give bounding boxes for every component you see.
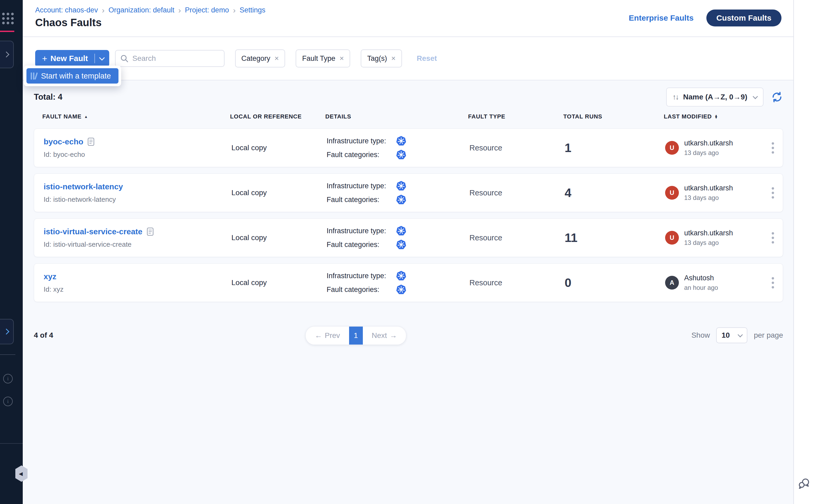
close-icon[interactable]: × (340, 54, 344, 63)
sidebar-divider (0, 443, 23, 444)
main-content: Account: chaos-dev › Organization: defau… (23, 0, 794, 504)
fault-name-link[interactable]: istio-virtual-service-create (44, 227, 143, 236)
app-grid-icon[interactable] (2, 13, 14, 24)
page-size-value: 10 (721, 331, 730, 340)
table-row: byoc-echo Id: byoc-echo Local copy Infra… (34, 129, 783, 167)
new-fault-button[interactable]: + New Fault (35, 50, 94, 67)
page-header: Account: chaos-dev › Organization: defau… (23, 0, 794, 37)
fault-id: Id: xyz (44, 285, 231, 294)
filter-chip-category[interactable]: Category × (235, 49, 285, 67)
info-icon[interactable]: i (3, 374, 13, 383)
fault-details: Infrastructure type: Fault categories: (327, 271, 469, 295)
sort-value: Name (A→Z, 0→9) (683, 93, 747, 101)
local-or-reference-value: Local copy (231, 233, 327, 242)
kebab-menu-icon[interactable] (770, 276, 776, 290)
chevron-right-icon (3, 329, 10, 335)
modified-by: utkarsh.utkarsh (684, 229, 733, 237)
page-size-select[interactable]: 10 (716, 327, 747, 343)
kubernetes-icon (396, 149, 406, 160)
prev-arrow-icon: ← (315, 331, 322, 340)
modified-time: 13 days ago (684, 239, 733, 246)
fault-name-link[interactable]: xyz (44, 272, 56, 281)
chaos-faults-page: i i ◀ Account: chaos-dev › Organization:… (0, 0, 814, 504)
fault-details: Infrastructure type: Fault categories: (327, 136, 469, 160)
new-fault-label: New Fault (51, 54, 88, 63)
column-fault-name[interactable]: FAULT NAME ▲ (42, 113, 230, 120)
breadcrumb-settings[interactable]: Settings (240, 6, 266, 14)
pagination-summary: 4 of 4 (34, 331, 53, 340)
current-page-button[interactable]: 1 (349, 327, 363, 345)
nav-accent-bar (0, 31, 14, 32)
table-row: istio-virtual-service-create Id: istio-v… (34, 218, 783, 257)
filter-label: Tag(s) (367, 54, 387, 63)
close-icon[interactable]: × (275, 54, 279, 63)
kubernetes-icon (396, 136, 406, 146)
kebab-menu-icon[interactable] (770, 231, 776, 245)
enterprise-faults-link[interactable]: Enterprise Faults (629, 13, 694, 22)
total-runs-value: 4 (565, 186, 665, 200)
fault-name-link[interactable]: byoc-echo (44, 137, 83, 146)
plus-icon: + (42, 54, 47, 63)
filter-chip-fault-type[interactable]: Fault Type × (296, 49, 350, 67)
local-or-reference-value: Local copy (231, 189, 327, 197)
new-fault-dropdown-toggle[interactable] (95, 50, 109, 67)
refresh-button[interactable] (771, 91, 783, 103)
last-modified-cell: U utkarsh.utkarsh 13 days ago (665, 139, 763, 157)
close-icon[interactable]: × (391, 54, 395, 63)
pager: ← Prev 1 Next → (305, 326, 406, 345)
manifest-icon[interactable] (88, 138, 94, 146)
modified-time: an hour ago (684, 284, 718, 291)
filter-label: Category (241, 54, 271, 63)
breadcrumb-account[interactable]: Account: chaos-dev (35, 6, 98, 14)
start-with-template-menu-item[interactable]: Start with a template (26, 68, 118, 84)
local-or-reference-value: Local copy (231, 278, 327, 287)
fault-details: Infrastructure type: Fault categories: (327, 226, 469, 250)
next-arrow-icon: → (390, 331, 397, 340)
modified-by: Ashutosh (684, 274, 718, 282)
avatar: A (665, 276, 679, 290)
chat-help-button[interactable] (798, 478, 810, 491)
breadcrumb-separator: › (102, 6, 104, 14)
column-last-modified[interactable]: LAST MODIFIED ▲▼ (664, 113, 762, 120)
menu-item-label: Start with a template (41, 72, 111, 80)
fault-categories-label: Fault categories: (327, 196, 396, 204)
per-page-label: per page (754, 331, 783, 340)
fault-type-value: Resource (469, 189, 565, 197)
collapse-arrow-icon: ◀ (19, 471, 23, 477)
toolbar: + New Fault Category × Fault Type × (23, 37, 794, 80)
next-page-button[interactable]: Next → (363, 327, 406, 345)
nav-expand-button-secondary[interactable] (0, 319, 14, 344)
last-modified-cell: U utkarsh.utkarsh 13 days ago (665, 184, 763, 201)
column-details: DETAILS (325, 113, 468, 120)
reset-filters-link[interactable]: Reset (417, 54, 437, 63)
refresh-icon (771, 91, 783, 103)
left-nav-sidebar: i i (0, 0, 23, 504)
infrastructure-type-label: Infrastructure type: (327, 137, 396, 145)
faults-list-area: Total: 4 ↑↓ Name (A→Z, 0→9) (23, 87, 794, 344)
prev-page-button[interactable]: ← Prev (306, 327, 349, 345)
kubernetes-icon (396, 194, 406, 205)
manifest-icon[interactable] (147, 227, 154, 236)
breadcrumb-separator: › (178, 6, 181, 14)
infrastructure-type-label: Infrastructure type: (327, 182, 396, 190)
fault-name-link[interactable]: istio-network-latency (44, 182, 123, 191)
table-header-row: FAULT NAME ▲ LOCAL OR REFERENCE DETAILS … (34, 112, 783, 122)
info-icon[interactable]: i (3, 397, 13, 406)
kubernetes-icon (396, 226, 406, 236)
avatar: U (665, 231, 679, 245)
total-runs-value: 0 (565, 276, 665, 290)
chevron-right-icon (3, 52, 10, 58)
sort-arrows-icon: ↑↓ (673, 93, 678, 101)
kebab-menu-icon[interactable] (770, 141, 776, 155)
custom-faults-button[interactable]: Custom Faults (706, 10, 781, 26)
sort-select[interactable]: ↑↓ Name (A→Z, 0→9) (666, 88, 763, 107)
modified-time: 13 days ago (684, 194, 733, 201)
breadcrumb-organization[interactable]: Organization: default (108, 6, 174, 14)
filter-chip-tags[interactable]: Tag(s) × (361, 49, 402, 67)
kebab-menu-icon[interactable] (770, 186, 776, 200)
sort-updown-icon: ▲▼ (715, 114, 718, 119)
breadcrumb-project[interactable]: Project: demo (185, 6, 229, 14)
search-input[interactable] (132, 54, 222, 63)
nav-expand-button[interactable] (0, 41, 14, 68)
new-fault-split-button: + New Fault (35, 50, 109, 67)
